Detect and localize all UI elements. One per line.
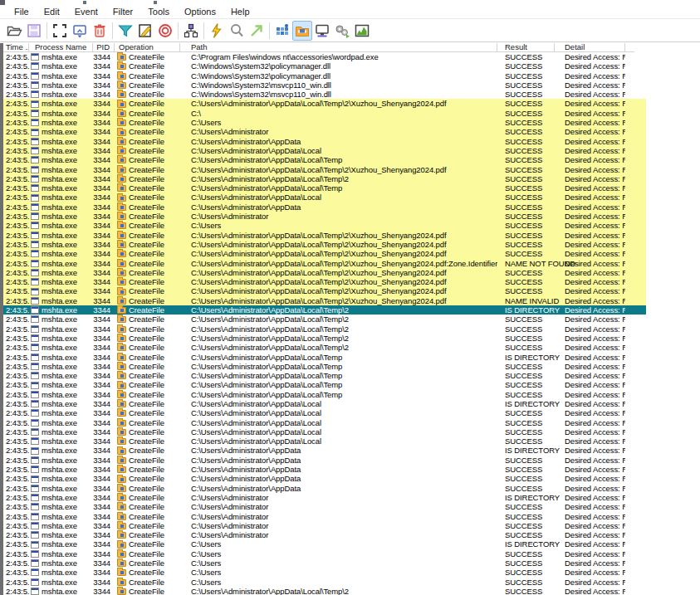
column-path[interactable]: Path xyxy=(180,43,497,52)
event-row[interactable]: 2:43:5... mshta.exe 3344 CreateFile C:\U… xyxy=(3,286,646,295)
event-row[interactable]: 2:43:5... mshta.exe 3344 CreateFile C:\U… xyxy=(3,183,646,193)
event-row[interactable]: 2:43:5... mshta.exe 3344 CreateFile C:\U… xyxy=(3,436,646,446)
event-row[interactable]: 2:43:5... mshta.exe 3344 CreateFile C:\U… xyxy=(3,549,646,558)
event-row[interactable]: 2:43:5... mshta.exe 3344 CreateFile C:\U… xyxy=(3,399,646,408)
file-operation-folder-icon xyxy=(117,392,126,398)
event-row[interactable]: 2:43:5... mshta.exe 3344 CreateFile C:\U… xyxy=(3,418,646,427)
event-row[interactable]: 2:43:5... mshta.exe 3344 CreateFile C:\W… xyxy=(3,90,646,99)
find-button[interactable] xyxy=(227,21,247,41)
event-row[interactable]: 2:43:5... mshta.exe 3344 CreateFile C:\W… xyxy=(3,71,646,80)
event-row[interactable]: 2:43:5... mshta.exe 3344 CreateFile C:\P… xyxy=(3,52,646,61)
menu-tools[interactable]: Tools xyxy=(140,6,177,17)
event-row[interactable]: 2:43:5... mshta.exe 3344 CreateFile C:\U… xyxy=(3,268,646,277)
capture-button[interactable] xyxy=(50,21,70,41)
event-row[interactable]: 2:43:5... mshta.exe 3344 CreateFile C:\U… xyxy=(3,99,646,108)
process-tree-button[interactable] xyxy=(181,21,201,41)
column-pid[interactable]: PID xyxy=(93,43,115,52)
include-target-button[interactable] xyxy=(155,21,175,41)
show-filesystem-button[interactable] xyxy=(292,21,312,41)
column-process-name[interactable]: Process Name xyxy=(29,43,93,52)
event-row[interactable]: 2:43:5... mshta.exe 3344 CreateFile C:\U… xyxy=(3,296,646,305)
file-operation-folder-icon xyxy=(117,195,126,202)
event-row[interactable]: 2:43:5... mshta.exe 3344 CreateFile C:\U… xyxy=(3,484,646,493)
event-row[interactable]: 2:43:5... mshta.exe 3344 CreateFile C:\U… xyxy=(3,578,646,587)
event-row[interactable]: 2:43:5... mshta.exe 3344 CreateFile C:\U… xyxy=(3,202,646,212)
event-row[interactable]: 2:43:5... mshta.exe 3344 CreateFile C:\U… xyxy=(3,493,646,502)
event-row[interactable]: 2:43:5... mshta.exe 3344 CreateFile C:\U… xyxy=(3,456,646,465)
menu-filter[interactable]: Filter xyxy=(105,6,140,17)
event-row[interactable]: 2:43:5... mshta.exe 3344 CreateFile C:\U… xyxy=(3,193,646,202)
menu-options[interactable]: Options xyxy=(177,6,223,17)
column-result[interactable]: Result xyxy=(497,43,555,52)
cell-process-name: mshta.exe xyxy=(42,334,77,343)
autoscroll-button[interactable] xyxy=(70,21,90,41)
file-operation-folder-icon xyxy=(117,410,126,417)
event-row[interactable]: 2:43:5... mshta.exe 3344 CreateFile C:\U… xyxy=(3,568,646,577)
event-row[interactable]: 2:43:5... mshta.exe 3344 CreateFile C:\U… xyxy=(3,240,646,249)
event-row[interactable]: 2:43:5... mshta.exe 3344 CreateFile C:\U… xyxy=(3,315,646,324)
event-row[interactable]: 2:43:5... mshta.exe 3344 CreateFile C:\U… xyxy=(3,502,646,511)
event-row[interactable]: 2:43:5... mshta.exe 3344 CreateFile C:\U… xyxy=(3,343,646,352)
event-row[interactable]: 2:43:5... mshta.exe 3344 CreateFile C:\U… xyxy=(3,174,646,183)
column-detail[interactable]: Detail xyxy=(555,43,625,52)
event-row[interactable]: 2:43:5... mshta.exe 3344 CreateFile C:\U… xyxy=(3,512,646,521)
event-row[interactable]: 2:43:5... mshta.exe 3344 CreateFile C:\U… xyxy=(3,465,646,474)
event-row[interactable]: 2:43:5... mshta.exe 3344 CreateFile C:\ … xyxy=(3,109,646,118)
menu-help[interactable]: Help xyxy=(223,6,257,17)
event-row-selected[interactable]: 2:43:5... mshta.exe 3344 CreateFile C:\U… xyxy=(3,305,646,315)
quick-filter-button[interactable] xyxy=(207,21,227,41)
menu-event[interactable]: Event xyxy=(67,6,105,17)
show-network-button[interactable] xyxy=(312,21,332,41)
event-row[interactable]: 2:43:5... mshta.exe 3344 CreateFile C:\U… xyxy=(3,118,646,127)
event-row[interactable]: 2:43:5... mshta.exe 3344 CreateFile C:\U… xyxy=(3,587,646,595)
event-row[interactable]: 2:43:5... mshta.exe 3344 CreateFile C:\U… xyxy=(3,277,646,286)
cell-time: 2:43:5... xyxy=(3,155,29,164)
event-row[interactable]: 2:43:5... mshta.exe 3344 CreateFile C:\U… xyxy=(3,530,646,539)
file-operation-folder-icon xyxy=(117,569,126,576)
event-row[interactable]: 2:43:5... mshta.exe 3344 CreateFile C:\U… xyxy=(3,259,646,268)
cell-time: 2:43:5... xyxy=(3,399,29,408)
event-row[interactable]: 2:43:5... mshta.exe 3344 CreateFile C:\U… xyxy=(3,521,646,530)
event-row[interactable]: 2:43:5... mshta.exe 3344 CreateFile C:\U… xyxy=(3,408,646,417)
event-row[interactable]: 2:43:5... mshta.exe 3344 CreateFile C:\U… xyxy=(3,146,646,155)
event-row[interactable]: 2:43:5... mshta.exe 3344 CreateFile C:\U… xyxy=(3,137,646,146)
event-row[interactable]: 2:43:5... mshta.exe 3344 CreateFile C:\W… xyxy=(3,61,646,71)
event-row[interactable]: 2:43:5... mshta.exe 3344 CreateFile C:\W… xyxy=(3,80,646,90)
show-profiling-button[interactable] xyxy=(352,21,372,41)
cell-path: C:\Users\Administrator\AppData xyxy=(180,474,497,483)
event-row[interactable]: 2:43:5... mshta.exe 3344 CreateFile C:\U… xyxy=(3,324,646,334)
event-row[interactable]: 2:43:5... mshta.exe 3344 CreateFile C:\U… xyxy=(3,446,646,455)
column-time[interactable]: Time ... xyxy=(3,43,29,52)
mshta-process-icon xyxy=(31,90,39,98)
event-row[interactable]: 2:43:5... mshta.exe 3344 CreateFile C:\U… xyxy=(3,558,646,568)
show-process-button[interactable] xyxy=(332,21,352,41)
menu-file[interactable]: File xyxy=(7,6,37,17)
event-row[interactable]: 2:43:5... mshta.exe 3344 CreateFile C:\U… xyxy=(3,212,646,221)
filter-button[interactable] xyxy=(115,21,135,41)
open-button[interactable] xyxy=(4,21,24,41)
event-row[interactable]: 2:43:5... mshta.exe 3344 CreateFile C:\U… xyxy=(3,127,646,136)
event-row[interactable]: 2:43:5... mshta.exe 3344 CreateFile C:\U… xyxy=(3,362,646,371)
event-row[interactable]: 2:43:5... mshta.exe 3344 CreateFile C:\U… xyxy=(3,371,646,380)
event-row[interactable]: 2:43:5... mshta.exe 3344 CreateFile C:\U… xyxy=(3,380,646,389)
event-row[interactable]: 2:43:5... mshta.exe 3344 CreateFile C:\U… xyxy=(3,334,646,343)
show-registry-button[interactable] xyxy=(272,21,292,41)
clear-button[interactable] xyxy=(90,21,110,41)
jump-to-button[interactable] xyxy=(247,21,267,41)
event-row[interactable]: 2:43:5... mshta.exe 3344 CreateFile C:\U… xyxy=(3,427,646,436)
column-operation[interactable]: Operation xyxy=(115,43,180,52)
event-row[interactable]: 2:43:5... mshta.exe 3344 CreateFile C:\U… xyxy=(3,221,646,230)
event-row[interactable]: 2:43:5... mshta.exe 3344 CreateFile C:\U… xyxy=(3,165,646,174)
cell-pid: 3344 xyxy=(93,202,115,212)
event-row[interactable]: 2:43:5... mshta.exe 3344 CreateFile C:\U… xyxy=(3,390,646,399)
save-button[interactable] xyxy=(24,21,44,41)
event-row[interactable]: 2:43:5... mshta.exe 3344 CreateFile C:\U… xyxy=(3,539,646,549)
event-row[interactable]: 2:43:5... mshta.exe 3344 CreateFile C:\U… xyxy=(3,474,646,483)
event-row[interactable]: 2:43:5... mshta.exe 3344 CreateFile C:\U… xyxy=(3,155,646,164)
event-row[interactable]: 2:43:5... mshta.exe 3344 CreateFile C:\U… xyxy=(3,231,646,240)
file-operation-folder-icon xyxy=(117,542,126,549)
event-row[interactable]: 2:43:5... mshta.exe 3344 CreateFile C:\U… xyxy=(3,249,646,258)
menu-edit[interactable]: Edit xyxy=(37,6,67,17)
highlight-button[interactable] xyxy=(135,21,155,41)
event-row[interactable]: 2:43:5... mshta.exe 3344 CreateFile C:\U… xyxy=(3,353,646,362)
